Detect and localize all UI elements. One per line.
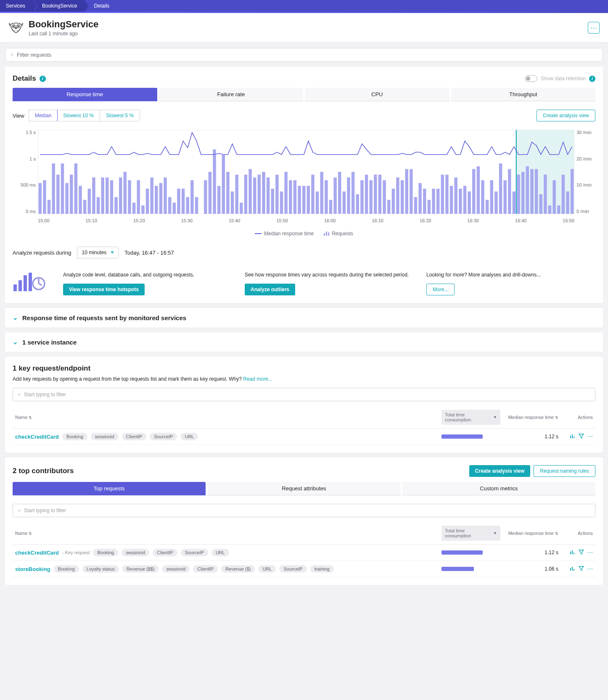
tag[interactable]: ClientIP <box>153 549 177 556</box>
tag[interactable]: sessionid <box>122 549 149 556</box>
chart-icon[interactable] <box>570 549 575 556</box>
analyze-outliers-button[interactable]: Analyze outliers <box>245 284 295 295</box>
view-slowest-10[interactable]: Slowest 10 % <box>57 110 100 121</box>
tag[interactable]: SourceIP <box>150 433 177 440</box>
svg-rect-82 <box>374 175 377 214</box>
more-icon[interactable]: ⋯ <box>587 566 593 572</box>
tag[interactable]: Revenue ($$) <box>122 565 159 573</box>
tab-response-time[interactable]: Response time <box>13 88 157 101</box>
create-analysis-view-button[interactable]: Create analysis view <box>537 110 595 121</box>
tab-throughput[interactable]: Throughput <box>451 88 596 101</box>
more-actions-button[interactable]: ⋯ <box>588 22 600 34</box>
tag[interactable]: Revenue ($) <box>221 565 255 573</box>
filter-icon[interactable] <box>579 566 584 572</box>
tag[interactable]: sessionid <box>162 565 190 573</box>
tag[interactable]: SourceIP <box>279 565 307 573</box>
svg-rect-92 <box>418 183 421 214</box>
svg-rect-98 <box>445 175 448 214</box>
read-more-link[interactable]: Read more... <box>243 376 272 382</box>
analysis-actions: Analyze code level, database calls, and … <box>13 271 595 295</box>
svg-rect-24 <box>114 197 117 214</box>
svg-rect-73 <box>333 177 336 214</box>
tag[interactable]: training <box>310 565 334 573</box>
page-header: BookingService Last call 1 minute ago ⋯ <box>0 13 608 43</box>
svg-rect-76 <box>347 177 350 214</box>
tag[interactable]: Booking <box>62 433 87 440</box>
info-icon[interactable]: i <box>589 76 595 82</box>
svg-rect-32 <box>150 177 153 214</box>
col-name[interactable]: Name ⇅ <box>15 415 441 420</box>
collapsible-monitored-services[interactable]: ⌄ Response time of requests sent by moni… <box>5 308 603 327</box>
chart-icon[interactable] <box>570 566 575 572</box>
tab-request-attributes[interactable]: Request attributes <box>207 482 400 495</box>
chart-icon[interactable] <box>570 433 575 440</box>
filter-icon[interactable] <box>579 549 584 556</box>
tag[interactable]: ClientIP <box>122 433 147 440</box>
svg-rect-109 <box>494 192 497 214</box>
data-retention-toggle[interactable]: Show data retention i <box>525 75 595 82</box>
svg-rect-139 <box>572 567 573 571</box>
col-median[interactable]: Median response time ⇅ <box>500 531 563 536</box>
svg-rect-21 <box>101 177 104 214</box>
request-name-link[interactable]: checkCreditCard <box>15 434 59 440</box>
svg-rect-60 <box>275 175 278 214</box>
tag[interactable]: URL <box>180 433 198 440</box>
tag[interactable]: SourceIP <box>181 549 208 556</box>
tab-failure-rate[interactable]: Failure rate <box>159 88 304 101</box>
tab-top-requests[interactable]: Top requests <box>13 482 206 495</box>
info-icon[interactable]: i <box>40 76 46 82</box>
svg-rect-13 <box>65 183 68 214</box>
filter-requests-input[interactable]: ▿ Filter requests <box>5 48 603 62</box>
breadcrumb-services[interactable]: Services <box>0 0 33 12</box>
chevron-down-icon: ⌄ <box>13 338 18 346</box>
svg-rect-53 <box>244 175 247 214</box>
tag[interactable]: sessionid <box>91 433 119 440</box>
col-total[interactable]: Total time consumption ▼ <box>441 410 500 425</box>
more-icon[interactable]: ⋯ <box>587 433 593 440</box>
tag[interactable]: ClientIP <box>193 565 218 573</box>
svg-rect-116 <box>526 166 529 214</box>
tag[interactable]: URL <box>211 549 229 556</box>
tab-cpu[interactable]: CPU <box>305 88 449 101</box>
key-requests-title: 1 key request/endpoint <box>13 364 595 373</box>
key-requests-filter[interactable]: ▿ Start typing to filter <box>13 388 595 401</box>
more-analyses-button[interactable]: More... <box>426 284 455 295</box>
tag[interactable]: Booking <box>54 565 79 573</box>
col-total[interactable]: Total time consumption ▼ <box>441 526 500 541</box>
col-median[interactable]: Median response time ⇅ <box>500 415 563 420</box>
svg-rect-39 <box>182 189 185 214</box>
tag[interactable]: Loyalty status <box>82 565 119 573</box>
col-name[interactable]: Name ⇅ <box>15 531 441 536</box>
analysis-bars-icon <box>13 271 46 292</box>
collapsible-service-instance[interactable]: ⌄ 1 service instance <box>5 332 603 352</box>
contributors-title: 2 top contributors <box>13 467 74 475</box>
response-time-chart[interactable]: 1.5 s1 s500 ms0 ms 30 /min20 /min10 /min… <box>38 130 574 214</box>
request-naming-rules-button[interactable]: Request naming rules <box>534 465 595 477</box>
duration-select[interactable]: 10 minutes <box>77 247 119 258</box>
filter-icon[interactable] <box>579 433 584 440</box>
contributors-filter[interactable]: ▿ Start typing to filter <box>13 504 595 517</box>
tag[interactable]: Booking <box>93 549 118 556</box>
svg-rect-130 <box>29 273 32 291</box>
breadcrumb-service-name[interactable]: BookingService <box>33 0 85 12</box>
svg-rect-59 <box>271 189 274 214</box>
view-slowest-5[interactable]: Slowest 5 % <box>100 110 140 121</box>
svg-rect-58 <box>267 177 270 214</box>
more-icon[interactable]: ⋯ <box>587 549 593 556</box>
svg-point-3 <box>18 26 19 27</box>
svg-rect-72 <box>329 200 332 214</box>
tag[interactable]: URL <box>258 565 276 573</box>
x-axis: 15:0015:1015:2015:3015:4015:5016:0016:10… <box>38 218 574 223</box>
svg-rect-12 <box>61 163 64 214</box>
svg-rect-108 <box>490 180 493 214</box>
view-median[interactable]: Median <box>29 110 58 121</box>
contrib-create-analysis-button[interactable]: Create analysis view <box>469 465 530 477</box>
tab-custom-metrics[interactable]: Custom metrics <box>402 482 595 495</box>
request-name-link[interactable]: storeBooking <box>15 566 50 572</box>
svg-rect-46 <box>213 150 216 214</box>
view-hotspots-button[interactable]: View response time hotspots <box>63 284 145 295</box>
chart-legend: Median response time Requests <box>13 231 595 237</box>
svg-rect-25 <box>119 177 122 214</box>
request-name-link[interactable]: checkCreditCard <box>15 550 59 556</box>
svg-rect-55 <box>253 177 256 214</box>
